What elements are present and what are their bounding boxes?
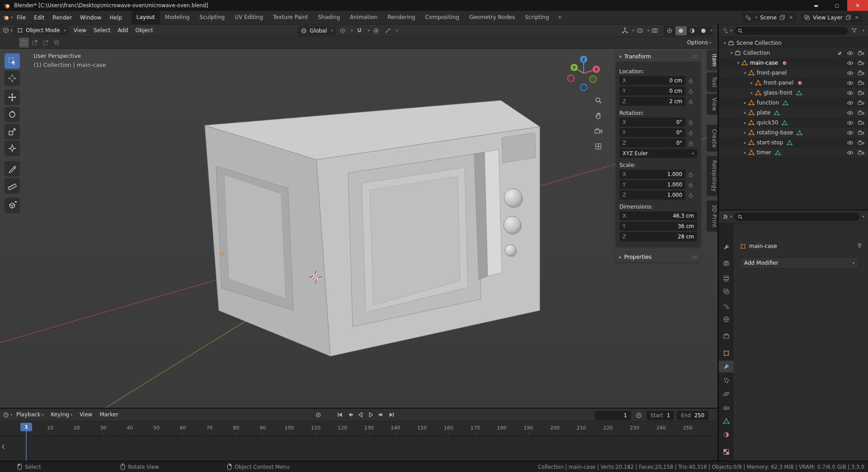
lock-open-icon[interactable] [687, 182, 694, 188]
hide-in-viewport-icon[interactable] [847, 120, 854, 125]
jump-to-end-button[interactable] [387, 410, 396, 420]
unlink-scene-icon[interactable]: × [788, 14, 794, 20]
shading-material-preview-button[interactable] [687, 26, 698, 35]
expand-right-icon[interactable]: ▸ [742, 130, 748, 135]
expand-right-icon[interactable]: ▸ [742, 140, 748, 145]
sidebar-tab-create[interactable]: Create [707, 125, 717, 152]
outliner-row-function[interactable]: ▸ function [719, 98, 868, 108]
play-reverse-button[interactable] [355, 410, 365, 420]
auto-keying-button[interactable] [313, 410, 323, 420]
tool-transform-button[interactable] [5, 141, 20, 156]
sidebar-tab-tool[interactable]: Tool [707, 72, 717, 91]
mode-dropdown[interactable]: Object Mode▾ [14, 25, 69, 35]
timeline-ruler[interactable]: 1102030405060708090100110120130140150160… [0, 421, 717, 436]
hide-in-viewport-icon[interactable] [847, 71, 854, 76]
field-scale-y[interactable]: Y1.000 [619, 180, 685, 189]
exclude-checkbox[interactable] [837, 50, 843, 56]
outliner-row-glass-front[interactable]: ▸ glass-front [719, 88, 868, 98]
properties-search-input[interactable] [745, 214, 856, 220]
microwave-model[interactable] [205, 100, 540, 356]
collapse-arrow-icon[interactable]: ▾ [619, 54, 622, 59]
properties-tab-constraints[interactable] [719, 402, 734, 414]
select-mode-intersect-button[interactable] [52, 38, 61, 48]
chevron-down-icon[interactable]: ▾ [647, 29, 649, 33]
rotation-mode-dropdown[interactable]: XYZ Euler▾ [619, 149, 697, 158]
viewport-menu-object[interactable]: Object [132, 24, 156, 37]
select-mode-set-button[interactable] [19, 38, 29, 48]
drag-dots-icon[interactable] [692, 55, 697, 58]
next-keyframe-button[interactable] [376, 410, 386, 420]
scene-selector[interactable]: ▾ Scene × [742, 13, 797, 23]
field-dimensions-z[interactable]: Z28 cm [619, 232, 697, 241]
add-workspace-button[interactable]: + [554, 11, 566, 24]
shading-dropdown-icon[interactable]: ▾ [711, 29, 712, 33]
hide-in-viewport-icon[interactable] [847, 100, 854, 105]
playhead-line[interactable] [26, 431, 27, 462]
editor-type-button[interactable]: ▾ [722, 212, 732, 222]
field-location-x[interactable]: X0 cm [619, 76, 685, 85]
expand-right-icon[interactable]: ▸ [749, 91, 755, 95]
drag-dots-icon[interactable] [692, 255, 697, 259]
sidebar-tab-item[interactable]: Item [707, 50, 717, 71]
tool-annotate-button[interactable] [5, 161, 20, 176]
workspace-tab-animation[interactable]: Animation [345, 11, 382, 24]
end-frame-field[interactable]: End250 [677, 411, 708, 420]
expand-right-icon[interactable]: ▸ [749, 81, 755, 85]
add-modifier-button[interactable]: Add Modifier ▾ [740, 257, 859, 269]
viewport-canvas-area[interactable]: X Y Z User Perspective (1) Collection | … [0, 49, 717, 408]
menu-file[interactable]: File [13, 11, 30, 24]
outliner-row-front-panel[interactable]: ▾ front-panel [719, 68, 868, 78]
timeline-menu-marker[interactable]: Marker [96, 409, 122, 421]
properties-tab-texture[interactable] [719, 446, 734, 458]
previous-keyframe-button[interactable] [345, 410, 355, 420]
properties-tab-world[interactable] [719, 313, 734, 325]
options-dropdown[interactable]: Options▾ [687, 39, 715, 46]
disable-in-renders-icon[interactable] [858, 80, 864, 86]
timeline-track[interactable] [0, 436, 717, 461]
viewport-menu-add[interactable]: Add [114, 24, 132, 37]
hide-in-viewport-icon[interactable] [847, 130, 854, 135]
channel-collapse-icon[interactable]: ❮ [1, 444, 5, 449]
outliner-row-plate[interactable]: ▸ plate [719, 108, 868, 118]
shading-solid-button[interactable] [675, 26, 687, 35]
blender-menu-button[interactable]: ▾ [3, 13, 13, 23]
field-scale-x[interactable]: X1.000 [619, 170, 685, 179]
maximize-button[interactable]: □ [826, 0, 847, 11]
workspace-tab-shading[interactable]: Shading [313, 11, 345, 24]
outliner-search[interactable] [734, 27, 848, 35]
expand-down-icon[interactable]: ▾ [728, 51, 735, 55]
outliner-row-quick30[interactable]: ▸ quick30 [719, 118, 868, 128]
start-frame-field[interactable]: Start1 [646, 411, 674, 420]
outliner-row-rotating-base[interactable]: ▸ rotating-base [719, 128, 868, 138]
viewport-menu-view[interactable]: View [70, 24, 90, 37]
field-location-y[interactable]: Y0 cm [619, 86, 685, 95]
outliner-row-scene-collection[interactable]: ▾ Scene Collection [719, 38, 868, 48]
playhead[interactable]: 1 [20, 423, 32, 431]
disable-in-renders-icon[interactable] [858, 100, 864, 105]
expand-right-icon[interactable]: ▸ [742, 120, 748, 125]
show-gizmos-button[interactable] [620, 26, 630, 36]
tool-select-box-button[interactable] [5, 53, 20, 69]
hide-in-viewport-icon[interactable] [847, 81, 854, 86]
expand-arrow-icon[interactable]: ▸ [619, 255, 622, 259]
gizmo-axis-neg-z[interactable] [580, 84, 587, 91]
timeline-menu-playback[interactable]: Playback▾ [13, 409, 47, 421]
menu-render[interactable]: Render [48, 11, 76, 24]
hide-in-viewport-icon[interactable] [847, 61, 854, 66]
workspace-tab-texture-paint[interactable]: Texture Paint [268, 11, 313, 24]
toggle-xray-button[interactable] [650, 26, 660, 36]
hide-in-viewport-icon[interactable] [847, 150, 854, 155]
properties-tab-collection[interactable] [719, 330, 734, 342]
field-location-z[interactable]: Z2 cm [619, 97, 685, 106]
workspace-tab-layout[interactable]: Layout [132, 11, 160, 24]
play-button[interactable] [366, 410, 376, 420]
outliner-row-timer[interactable]: ▸ timer [719, 148, 868, 157]
pan-button[interactable] [592, 110, 604, 121]
tool-cursor-button[interactable] [5, 71, 20, 86]
properties-tab-object[interactable] [719, 347, 734, 359]
hide-in-viewport-icon[interactable] [847, 110, 854, 115]
editor-type-button[interactable]: ▾ [3, 25, 13, 35]
field-rotation-y[interactable]: Y0° [619, 128, 685, 137]
disable-in-renders-icon[interactable] [858, 110, 864, 115]
lock-open-icon[interactable] [687, 140, 694, 146]
